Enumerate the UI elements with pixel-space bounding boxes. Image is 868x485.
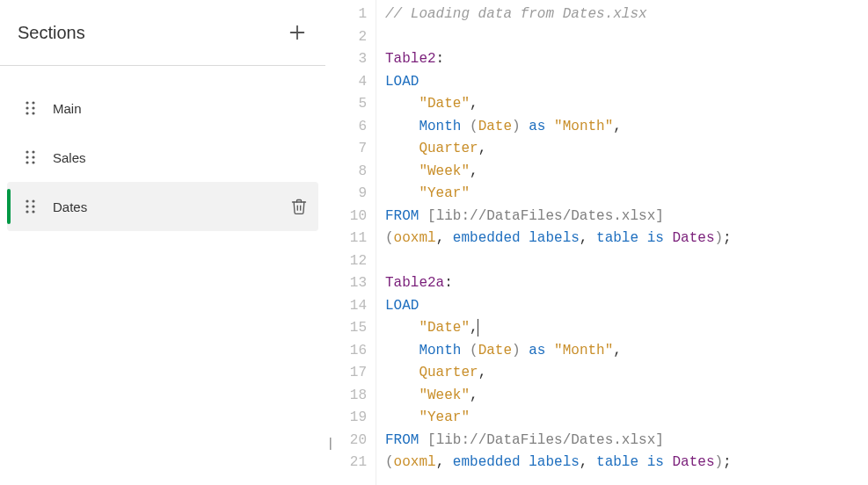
code-token: , xyxy=(580,454,596,470)
line-number: 6 xyxy=(325,116,367,139)
code-token: "Year" xyxy=(419,185,470,201)
code-token: , xyxy=(478,365,487,380)
code-token: ( xyxy=(470,119,478,134)
code-token: , xyxy=(470,163,478,179)
drag-handle-icon[interactable] xyxy=(25,199,37,214)
code-line[interactable]: "Year" xyxy=(385,407,868,430)
code-token: , xyxy=(470,96,478,112)
code-token xyxy=(461,119,470,134)
line-number: 21 xyxy=(325,452,367,474)
line-number: 8 xyxy=(325,161,367,184)
code-token: Dates xyxy=(672,454,714,470)
line-number: 2 xyxy=(325,26,367,49)
code-line[interactable]: (ooxml, embedded labels, table is Dates)… xyxy=(385,228,868,250)
code-line[interactable]: "Date", xyxy=(385,93,868,116)
code-token: Month xyxy=(419,343,461,358)
code-line[interactable]: Quarter, xyxy=(385,138,868,161)
svg-point-15 xyxy=(32,199,34,202)
code-token xyxy=(545,343,554,358)
line-number: 1 xyxy=(325,4,367,26)
code-token: as xyxy=(529,343,545,358)
code-line[interactable] xyxy=(385,26,868,49)
code-token: embedded labels xyxy=(453,454,580,470)
line-number: 9 xyxy=(325,183,367,206)
code-token: as xyxy=(529,119,545,134)
code-token xyxy=(385,343,419,358)
code-token xyxy=(385,96,419,112)
code-token: table is xyxy=(596,230,664,246)
svg-point-6 xyxy=(26,112,28,114)
code-editor[interactable]: 123456789101112131415161718192021 // Loa… xyxy=(325,0,868,485)
code-token xyxy=(419,208,427,224)
line-number: 17 xyxy=(325,362,367,385)
code-token: , xyxy=(470,387,478,403)
code-line[interactable]: Table2a: xyxy=(385,272,868,295)
section-label: Sales xyxy=(53,150,308,165)
code-token: ooxml xyxy=(394,454,436,470)
code-line[interactable]: Month (Date) as "Month", xyxy=(385,340,868,363)
section-item-sales[interactable]: Sales xyxy=(7,133,318,182)
code-token: , xyxy=(580,230,596,246)
code-token: Month xyxy=(419,119,461,134)
svg-point-7 xyxy=(32,112,34,114)
code-token: table is xyxy=(596,454,664,470)
svg-point-17 xyxy=(32,205,34,207)
code-token: "Month" xyxy=(554,343,613,358)
code-token: "Date" xyxy=(419,320,470,336)
svg-point-12 xyxy=(26,161,28,163)
code-token: LOAD xyxy=(385,298,419,314)
code-token: // Loading data from Dates.xlsx xyxy=(385,6,647,22)
code-token: embedded labels xyxy=(453,230,580,246)
code-line[interactable]: LOAD xyxy=(385,71,868,94)
code-line[interactable]: (ooxml, embedded labels, table is Dates)… xyxy=(385,452,868,474)
svg-point-10 xyxy=(26,156,28,158)
delete-section-button[interactable] xyxy=(290,198,308,215)
code-token xyxy=(521,119,529,134)
section-item-main[interactable]: Main xyxy=(7,83,318,133)
code-line[interactable]: Quarter, xyxy=(385,362,868,385)
svg-point-11 xyxy=(32,156,34,158)
code-token xyxy=(545,119,554,134)
code-token: lib://DataFiles/Dates.xlsx xyxy=(436,208,656,224)
svg-point-18 xyxy=(26,210,28,213)
code-line[interactable]: "Week", xyxy=(385,385,868,408)
code-line[interactable]: FROM [lib://DataFiles/Dates.xlsx] xyxy=(385,430,868,452)
line-number: 10 xyxy=(325,206,367,228)
sidebar-title: Sections xyxy=(18,23,85,43)
line-gutter: 123456789101112131415161718192021 xyxy=(325,0,376,485)
line-number: 4 xyxy=(325,71,367,94)
code-token xyxy=(385,119,419,134)
code-line[interactable]: "Date", xyxy=(385,317,868,340)
line-number: 12 xyxy=(325,250,367,273)
code-token: ) xyxy=(715,230,724,246)
code-token xyxy=(385,409,419,425)
code-token: LOAD xyxy=(385,74,419,90)
code-line[interactable]: FROM [lib://DataFiles/Dates.xlsx] xyxy=(385,206,868,228)
code-line[interactable]: LOAD xyxy=(385,295,868,318)
drag-handle-icon[interactable] xyxy=(25,100,37,116)
svg-point-14 xyxy=(26,199,28,202)
code-token: ) xyxy=(715,454,724,470)
code-token: Quarter xyxy=(419,365,478,380)
code-token: : xyxy=(444,275,453,291)
code-line[interactable] xyxy=(385,250,868,273)
code-line[interactable]: "Week", xyxy=(385,161,868,184)
code-line[interactable]: Month (Date) as "Month", xyxy=(385,116,868,139)
code-token: ; xyxy=(723,454,732,470)
code-token xyxy=(385,387,419,403)
add-section-button[interactable] xyxy=(287,22,308,43)
code-line[interactable]: // Loading data from Dates.xlsx xyxy=(385,4,868,26)
code-token: , xyxy=(613,343,622,358)
drag-handle-icon[interactable] xyxy=(25,149,37,165)
code-line[interactable]: "Year" xyxy=(385,183,868,206)
code-token: [ xyxy=(427,208,436,224)
svg-point-3 xyxy=(32,101,34,104)
code-line[interactable]: Table2: xyxy=(385,48,868,71)
code-area[interactable]: // Loading data from Dates.xlsxTable2:LO… xyxy=(376,0,868,485)
code-token: , xyxy=(436,454,453,470)
code-token xyxy=(521,343,529,358)
code-token: "Week" xyxy=(419,163,470,179)
plus-icon xyxy=(288,23,307,42)
section-item-dates[interactable]: Dates xyxy=(7,182,318,231)
code-token xyxy=(385,185,419,201)
